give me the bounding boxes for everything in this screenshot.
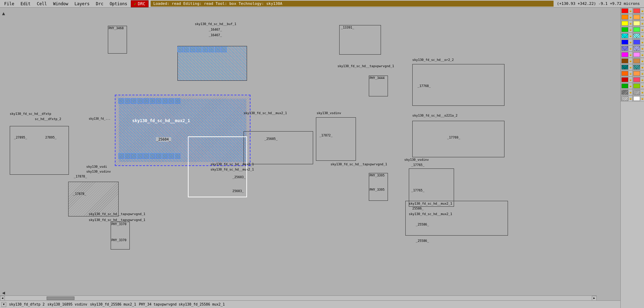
layer-swatch-1[interactable]: 🔒 xyxy=(633,8,644,14)
layer-swatch-5[interactable]: 🔒 xyxy=(633,20,644,26)
port-b9: ✕ xyxy=(168,153,174,159)
layer-swatch-19[interactable]: 🔒 xyxy=(633,64,644,70)
layer-swatch-13[interactable]: 🔒 xyxy=(633,45,644,52)
layer-lock-25[interactable]: 🔒 xyxy=(641,85,644,87)
layer-lock-28[interactable]: 🔒 xyxy=(629,97,632,100)
layer-swatch-21[interactable]: 🔒 xyxy=(633,70,644,77)
layer-swatch-24[interactable]: 🔒 xyxy=(621,83,633,89)
scroll-thumb[interactable] xyxy=(47,297,74,300)
layer-swatch-2[interactable]: 🔒 xyxy=(621,14,633,20)
scroll-left-arrow[interactable]: ◀ xyxy=(2,290,5,295)
layer-lock-27[interactable]: 🔒 xyxy=(641,91,644,94)
port-m7: ✕ xyxy=(156,98,161,104)
layer-lock-0[interactable]: 🔒 xyxy=(629,9,632,12)
layers-panel: 🔒🔒🔒🔒🔒🔒🔒🔒🔒🔒🔒🔒🔒🔒🔒🔒🔒🔒🔒🔒🔒🔒🔒🔒🔒🔒🔒🔒🔒🔒 xyxy=(620,8,644,308)
layer-lock-6[interactable]: 🔒 xyxy=(629,28,632,31)
scroll-right-btn[interactable]: ▶ xyxy=(592,296,597,301)
layer-swatch-8[interactable]: 🔒 xyxy=(621,33,633,39)
port-b1: ✕ xyxy=(118,153,124,159)
label-16467a: _16467_ xyxy=(209,28,222,31)
layer-lock-26[interactable]: 🔒 xyxy=(629,91,632,94)
menu-window[interactable]: Window xyxy=(50,1,71,7)
label-16467b: _16467_ xyxy=(209,33,222,37)
port-8: ✕ xyxy=(221,47,227,52)
layer-lock-24[interactable]: 🔒 xyxy=(629,85,632,87)
drc-button[interactable]: DRC xyxy=(131,0,149,7)
label-25605: _25605_ xyxy=(264,137,278,141)
layer-swatch-29[interactable]: 🔒 xyxy=(633,95,644,102)
layer-lock-15[interactable]: 🔒 xyxy=(641,53,644,56)
fill-17878 xyxy=(69,182,118,216)
label-17765a: _17765_ xyxy=(411,163,424,167)
layer-swatch-0[interactable]: 🔒 xyxy=(621,8,633,14)
label-25604: _25604_ xyxy=(156,137,171,142)
layer-lock-13[interactable]: 🔒 xyxy=(641,47,644,50)
layer-swatch-28[interactable]: 🔒 xyxy=(621,95,633,102)
layer-lock-29[interactable]: 🔒 xyxy=(641,97,644,100)
menu-file[interactable]: File xyxy=(1,1,17,7)
layer-lock-5[interactable]: 🔒 xyxy=(641,22,644,25)
scroll-down-btn[interactable]: ▼ xyxy=(1,302,6,307)
layer-swatch-7[interactable]: 🔒 xyxy=(633,26,644,33)
layer-lock-22[interactable]: 🔒 xyxy=(629,78,632,81)
menu-bar: File Edit Cell Window Layers Drc Options… xyxy=(0,0,644,8)
scroll-left-btn[interactable]: ◀ xyxy=(0,296,5,301)
layer-lock-20[interactable]: 🔒 xyxy=(629,72,632,75)
layer-swatch-23[interactable]: 🔒 xyxy=(633,77,644,83)
layer-lock-3[interactable]: 🔒 xyxy=(641,16,644,18)
layer-lock-2[interactable]: 🔒 xyxy=(629,16,632,18)
layer-swatch-6[interactable]: 🔒 xyxy=(621,26,633,33)
layer-swatch-27[interactable]: 🔒 xyxy=(633,89,644,95)
layer-lock-11[interactable]: 🔒 xyxy=(641,41,644,44)
layer-lock-4[interactable]: 🔒 xyxy=(629,22,632,25)
layer-lock-21[interactable]: 🔒 xyxy=(641,72,644,75)
layer-lock-1[interactable]: 🔒 xyxy=(641,9,644,12)
horizontal-scrollbar[interactable]: ◀ ▶ xyxy=(0,295,597,300)
label-17878b: _17878_ xyxy=(73,192,86,196)
layer-swatch-9[interactable]: 🔒 xyxy=(633,33,644,39)
layer-lock-19[interactable]: 🔒 xyxy=(641,66,644,69)
port-b7: ✕ xyxy=(156,153,161,159)
layer-lock-8[interactable]: 🔒 xyxy=(629,34,632,37)
layer-lock-12[interactable]: 🔒 xyxy=(629,47,632,50)
layer-swatch-10[interactable]: 🔒 xyxy=(621,39,633,45)
layer-swatch-14[interactable]: 🔒 xyxy=(621,52,633,58)
layer-swatch-4[interactable]: 🔒 xyxy=(621,20,633,26)
layer-swatch-18[interactable]: 🔒 xyxy=(621,64,633,70)
layer-lock-18[interactable]: 🔒 xyxy=(629,66,632,69)
bottom-cell-3: sky130_fd_25586 mux2_1 xyxy=(90,302,136,306)
layer-swatch-25[interactable]: 🔒 xyxy=(633,83,644,89)
layer-swatch-20[interactable]: 🔒 xyxy=(621,70,633,77)
port-6: ✕ xyxy=(209,47,214,52)
layer-swatch-17[interactable]: 🔒 xyxy=(633,58,644,64)
layer-swatch-26[interactable]: 🔒 xyxy=(621,89,633,95)
label-dfxtp-a: sky130_fd_sc_hd__dfxtp xyxy=(10,112,51,116)
layer-lock-16[interactable]: 🔒 xyxy=(629,60,632,62)
scroll-up-arrow[interactable]: ▲ xyxy=(2,10,5,16)
layer-lock-23[interactable]: 🔒 xyxy=(641,78,644,81)
label-phy3370b: PHY_3370 xyxy=(111,238,126,242)
label-or2-2: sky130_fd_sc_hd__or2_2 xyxy=(412,58,454,62)
layer-swatch-11[interactable]: 🔒 xyxy=(633,39,644,45)
menu-layers[interactable]: Layers xyxy=(72,1,92,7)
layer-swatch-15[interactable]: 🔒 xyxy=(633,52,644,58)
port-m5: ✕ xyxy=(143,98,149,104)
bottom-bar: ▼ sky130_fd_dfxtp 2 sky130_16895 vsdinv … xyxy=(0,300,620,308)
layer-lock-10[interactable]: 🔒 xyxy=(629,41,632,44)
coordinates-display: (+130.93 +342.22) -9.1 +9.72 microns xyxy=(554,1,643,7)
layer-swatch-12[interactable]: 🔒 xyxy=(621,45,633,52)
menu-drc[interactable]: Drc xyxy=(93,1,106,7)
layer-swatch-22[interactable]: 🔒 xyxy=(621,77,633,83)
layer-swatch-3[interactable]: 🔒 xyxy=(633,14,644,20)
status-bar: Loaded: read Editing: read Tool: box Tec… xyxy=(151,1,554,7)
layer-swatch-16[interactable]: 🔒 xyxy=(621,58,633,64)
label-17878a: _17878_ xyxy=(74,175,87,178)
canvas-area[interactable]: ▲ ◀ PHY_3468 sky130_fd_sc_hd__buf_1 _164… xyxy=(0,8,620,308)
layer-lock-9[interactable]: 🔒 xyxy=(641,34,644,37)
layer-lock-14[interactable]: 🔒 xyxy=(629,53,632,56)
menu-cell[interactable]: Cell xyxy=(34,1,50,7)
menu-edit[interactable]: Edit xyxy=(18,1,33,7)
layer-lock-17[interactable]: 🔒 xyxy=(641,60,644,62)
menu-options[interactable]: Options xyxy=(107,1,130,7)
layer-lock-7[interactable]: 🔒 xyxy=(641,28,644,31)
